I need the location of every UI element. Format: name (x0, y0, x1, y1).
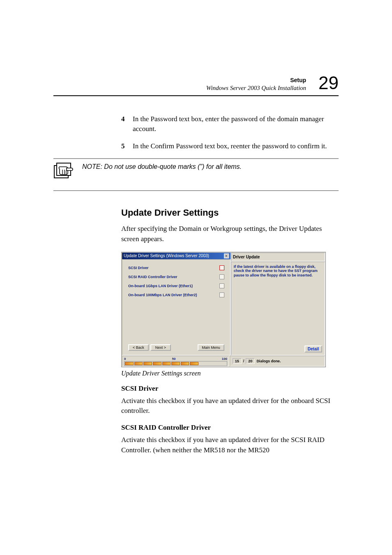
driver-update-panel-title: Driver Update (231, 253, 325, 261)
status-separator: / (243, 359, 244, 363)
window-titlebar: Update Driver Settings (Windows Server 2… (122, 253, 231, 259)
driver-label-lan1: On-board 1Gbps LAN Driver (Ether1) (128, 284, 193, 288)
driver-update-description: If the latest driver is available on a f… (234, 265, 322, 278)
driver-row-lan2: On-board 100Mbps LAN Driver (Ether2) (128, 292, 224, 297)
body-scsi-driver: Activate this checkbox if you have an up… (121, 396, 339, 416)
progress-label-0: 0 (124, 357, 126, 361)
step-5: 5 In the Confirm Password text box, reen… (121, 141, 339, 151)
step-4: 4 In the Password text box, enter the pa… (121, 114, 339, 134)
status-area: 15 / 20 Dialogs done. (230, 356, 325, 366)
subheading-scsi-driver: SCSI Driver (121, 385, 339, 393)
figure-caption: Update Driver Settings screen (121, 370, 339, 377)
driver-row-raid: SCSI RAID Controller Driver (128, 274, 224, 279)
driver-label-lan2: On-board 100Mbps LAN Driver (Ether2) (128, 293, 197, 297)
progress-label-50: 50 (172, 357, 176, 361)
progress-label-100: 100 (221, 357, 227, 361)
checkbox-lan2-driver[interactable] (219, 292, 224, 297)
note-text: NOTE: Do not use double-quote marks (") … (82, 162, 242, 170)
step-5-text: In the Confirm Password text box, reente… (133, 141, 339, 151)
progress-bar (124, 361, 227, 366)
main-menu-button[interactable]: Main Menu (198, 344, 224, 351)
checkbox-raid-driver[interactable] (219, 274, 224, 279)
update-driver-screenshot: Update Driver Settings (Windows Server 2… (121, 252, 326, 367)
next-button[interactable]: Next > (150, 344, 171, 351)
progress-area: 0 50 100 (122, 356, 229, 366)
driver-label-raid: SCSI RAID Controller Driver (128, 275, 178, 279)
body-raid-driver: Activate this checkbox if you have an up… (121, 435, 339, 455)
back-button[interactable]: < Back (128, 344, 149, 351)
header-rule (53, 95, 339, 96)
driver-label-scsi: SCSI Driver (128, 266, 149, 270)
page-number: 29 (318, 74, 339, 92)
driver-row-lan1: On-board 1Gbps LAN Driver (Ether1) (128, 283, 224, 288)
checkbox-lan1-driver[interactable] (219, 283, 224, 288)
window-title: Update Driver Settings (Windows Server 2… (124, 253, 209, 258)
step-4-text: In the Password text box, enter the pass… (133, 114, 339, 134)
step-4-number: 4 (121, 114, 128, 124)
header-subtitle: Windows Server 2003 Quick Installation (206, 84, 306, 92)
close-icon[interactable]: × (224, 253, 229, 258)
section-heading-update-driver: Update Driver Settings (121, 207, 339, 218)
status-total: 20 (246, 358, 255, 364)
step-5-number: 5 (121, 141, 128, 151)
checkbox-scsi-driver[interactable] (219, 265, 224, 270)
note-rule-bottom (53, 190, 339, 191)
detail-button[interactable]: Detail (304, 345, 322, 352)
status-current: 15 (233, 358, 242, 364)
note-block: NOTE: Do not use double-quote marks (") … (53, 158, 339, 191)
pointing-hand-icon (53, 162, 76, 182)
page-header: Setup Windows Server 2003 Quick Installa… (53, 74, 339, 92)
subheading-raid-driver: SCSI RAID Controller Driver (121, 424, 339, 432)
status-message: Dialogs done. (256, 359, 281, 363)
driver-row-scsi: SCSI Driver (128, 265, 224, 270)
header-setup-label: Setup (206, 76, 306, 84)
section-intro-text: After specifying the Domain or Workgroup… (121, 224, 339, 244)
